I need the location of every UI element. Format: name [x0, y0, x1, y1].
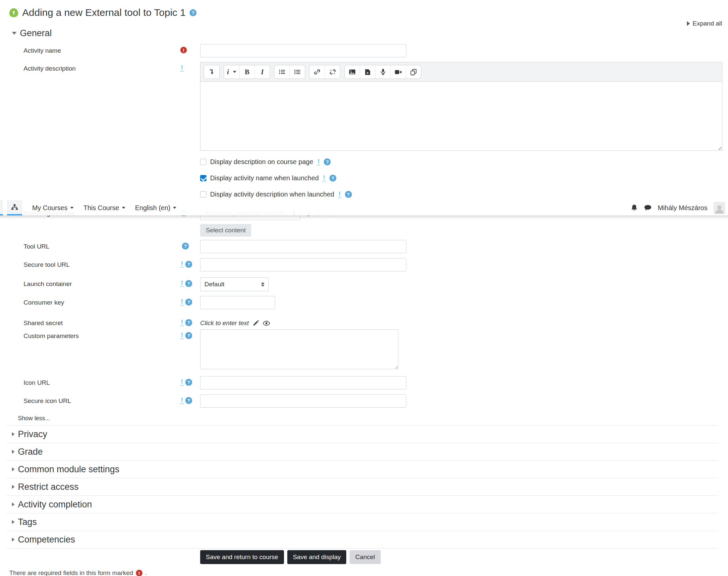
- advanced-icon: !: [322, 175, 326, 182]
- manage-files-button[interactable]: [406, 65, 421, 79]
- help-icon[interactable]: ?: [185, 319, 192, 326]
- consumer-key-row: Consumer key !?: [0, 296, 728, 309]
- section-restrict-access[interactable]: Restrict access: [7, 478, 719, 495]
- pencil-icon[interactable]: [253, 320, 259, 326]
- section-restrict-access-label: Restrict access: [18, 482, 79, 492]
- help-icon[interactable]: ?: [185, 261, 192, 268]
- save-and-display-button[interactable]: Save and display: [287, 550, 347, 564]
- cancel-button[interactable]: Cancel: [350, 550, 380, 564]
- help-icon[interactable]: ?: [185, 379, 192, 386]
- section-privacy-label: Privacy: [18, 429, 48, 439]
- section-activity-completion[interactable]: Activity completion: [7, 495, 719, 513]
- advanced-icon: !: [180, 319, 183, 326]
- nav-this-course[interactable]: This Course: [84, 204, 125, 212]
- chevron-right-icon: [687, 21, 690, 26]
- insert-image-button[interactable]: [345, 65, 360, 79]
- italic-button[interactable]: I: [255, 65, 270, 79]
- launch-container-select[interactable]: Default: [200, 278, 269, 291]
- eye-icon[interactable]: [263, 321, 270, 326]
- page: Adding a new External tool to Topic 1 ? …: [0, 0, 728, 576]
- paragraph-style-button[interactable]: i: [224, 65, 239, 79]
- bold-button[interactable]: B: [239, 65, 255, 79]
- activity-name-row: Activity name !: [0, 44, 728, 57]
- section-competencies-label: Competencies: [18, 535, 75, 545]
- page-header: Adding a new External tool to Topic 1 ?: [9, 5, 728, 20]
- tool-url-row: Tool URL ?: [0, 240, 728, 253]
- display-activity-name-checkbox[interactable]: [200, 175, 206, 181]
- advanced-icon: !: [180, 280, 183, 287]
- nav-language[interactable]: English (en): [135, 204, 177, 212]
- help-icon[interactable]: ?: [182, 242, 189, 250]
- section-privacy[interactable]: Privacy: [7, 425, 719, 443]
- advanced-icon: !: [180, 332, 183, 339]
- notifications-bell-icon[interactable]: [631, 204, 638, 212]
- display-activity-description-checkbox[interactable]: [200, 191, 206, 198]
- required-note-text: There are required fields in this form m…: [9, 569, 133, 576]
- custom-parameters-textarea[interactable]: [200, 329, 398, 369]
- section-grade-label: Grade: [18, 447, 43, 457]
- launch-container-row: Launch container !? Default: [0, 278, 728, 291]
- secure-tool-url-row: Secure tool URL !?: [0, 258, 728, 271]
- ordered-list-button[interactable]: [290, 65, 305, 79]
- chevron-right-icon: [12, 467, 14, 471]
- shared-secret-row: Shared secret !? Click to enter text: [0, 317, 728, 327]
- help-icon[interactable]: ?: [345, 191, 352, 198]
- secure-icon-url-input[interactable]: [200, 394, 406, 408]
- save-and-return-button[interactable]: Save and return to course: [200, 550, 284, 564]
- messages-icon[interactable]: [644, 204, 652, 211]
- navbar: My Courses This Course English (en) Mihá…: [0, 200, 728, 215]
- user-name[interactable]: Mihály Mészáros: [658, 204, 707, 212]
- required-icon: !: [180, 47, 187, 53]
- caret-down-icon: [233, 71, 236, 73]
- select-content-button[interactable]: Select content: [200, 224, 251, 237]
- chevron-right-icon: [12, 485, 14, 489]
- activity-description-label: Activity description: [24, 62, 180, 72]
- site-map-icon[interactable]: [7, 200, 22, 215]
- section-tags[interactable]: Tags: [7, 513, 719, 530]
- description-editor: i B I: [200, 62, 722, 151]
- collapse-toolbar-button[interactable]: [204, 65, 220, 79]
- section-grade[interactable]: Grade: [7, 443, 719, 460]
- section-common-module-settings[interactable]: Common module settings: [7, 460, 719, 478]
- caret-down-icon: [122, 207, 125, 209]
- help-icon[interactable]: ?: [185, 298, 192, 306]
- show-less-link[interactable]: Show less...: [18, 415, 50, 422]
- form-actions: Save and return to course Save and displ…: [200, 550, 728, 564]
- record-audio-button[interactable]: [375, 65, 390, 79]
- secure-icon-url-row: Secure icon URL !?: [0, 394, 728, 408]
- consumer-key-input[interactable]: [200, 296, 275, 309]
- section-general-label: General: [20, 28, 52, 38]
- activity-name-input[interactable]: [200, 44, 406, 57]
- bold-letter: B: [244, 68, 249, 76]
- editor-content-area[interactable]: [200, 82, 722, 151]
- advanced-icon: !: [180, 65, 183, 71]
- help-icon[interactable]: ?: [329, 175, 336, 182]
- select-arrows-icon: [261, 282, 264, 287]
- insert-media-button[interactable]: [360, 65, 375, 79]
- nav-my-courses[interactable]: My Courses: [32, 204, 74, 212]
- help-icon[interactable]: ?: [185, 332, 192, 339]
- link-button[interactable]: [310, 65, 325, 79]
- avatar[interactable]: [714, 202, 725, 214]
- unordered-list-button[interactable]: [274, 65, 290, 79]
- collapsed-sections: Privacy Grade Common module settings Res…: [7, 425, 719, 548]
- unlink-button[interactable]: [325, 65, 340, 79]
- record-video-button[interactable]: [390, 65, 406, 79]
- chevron-right-icon: [12, 450, 14, 454]
- help-icon[interactable]: ?: [324, 159, 331, 165]
- chevron-right-icon: [12, 502, 14, 507]
- icon-url-input[interactable]: [200, 376, 406, 390]
- section-competencies[interactable]: Competencies: [7, 530, 719, 548]
- help-icon[interactable]: ?: [190, 9, 197, 16]
- display-description-row: Display description on course page ! ?: [0, 157, 728, 166]
- shared-secret-edit-text[interactable]: Click to enter text: [200, 319, 249, 327]
- secure-tool-url-input[interactable]: [200, 258, 406, 271]
- help-icon[interactable]: ?: [185, 397, 192, 404]
- nav-tab-partial[interactable]: [0, 200, 3, 215]
- display-description-checkbox[interactable]: [200, 159, 206, 165]
- display-activity-description-row: Display activity description when launch…: [0, 190, 728, 199]
- section-general[interactable]: General: [12, 27, 728, 39]
- tool-url-input[interactable]: [200, 240, 406, 253]
- help-icon[interactable]: ?: [185, 280, 192, 287]
- expand-all-link[interactable]: Expand all: [687, 20, 722, 27]
